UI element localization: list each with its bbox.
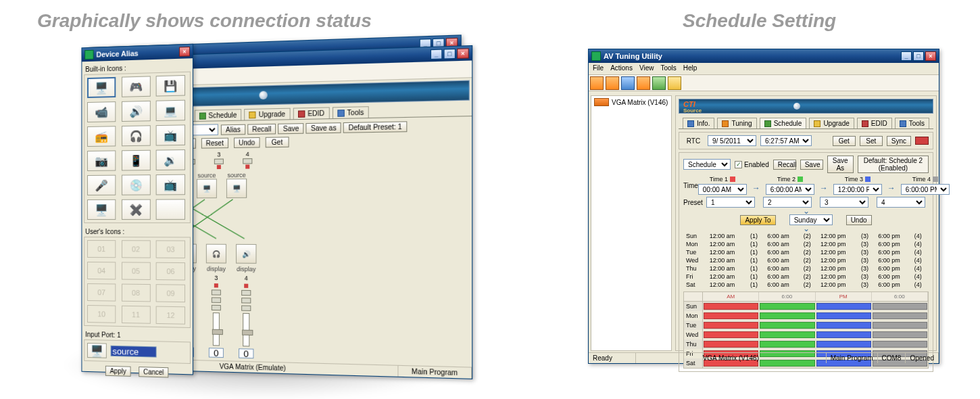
time-1-select[interactable]: 00:00 AM — [698, 184, 747, 195]
camera-icon[interactable]: 📷 — [87, 150, 116, 171]
user-slot-08[interactable]: 08 — [122, 284, 151, 302]
menubar-sched[interactable]: FileActionsViewToolsHelp — [589, 63, 939, 75]
gamepad-icon[interactable]: 🎮 — [122, 76, 151, 97]
camcorder-icon[interactable]: 📹 — [87, 101, 116, 122]
delete-icon[interactable]: ✖️ — [122, 200, 151, 220]
source-slot[interactable]: 🖥️ — [197, 179, 217, 198]
maximize-btn[interactable]: □ — [913, 51, 924, 61]
tab-edid[interactable]: EDID — [857, 118, 892, 128]
speaker-icon[interactable]: 🔊 — [122, 101, 151, 122]
undo-button[interactable]: Undo — [234, 137, 260, 148]
get-button[interactable]: Get — [266, 137, 289, 147]
rtc-set-button[interactable]: Set — [860, 136, 883, 146]
rtc-sync-button[interactable]: Sync — [887, 136, 911, 146]
tool-icon[interactable] — [668, 76, 681, 90]
user-slot-05[interactable]: 05 — [122, 262, 151, 280]
user-slot-01[interactable]: 01 — [87, 240, 116, 258]
recall-button[interactable]: Recall — [247, 123, 276, 134]
audio-switch[interactable] — [212, 298, 221, 303]
rtc-time[interactable]: 6:27:57 AM — [760, 135, 812, 146]
tab-schedule[interactable]: Schedule — [195, 109, 242, 121]
tab-info[interactable]: Info. — [683, 118, 714, 128]
cancel-button[interactable]: Cancel — [139, 367, 168, 377]
user-slot-12[interactable]: 12 — [156, 306, 185, 325]
cd-icon[interactable]: 💿 — [122, 174, 151, 195]
reset-button[interactable]: Reset — [201, 138, 228, 149]
menu-tools[interactable]: Tools — [660, 64, 676, 73]
recall-button[interactable]: Recall — [773, 160, 796, 170]
tab-edid[interactable]: EDID — [293, 107, 329, 119]
video-switch[interactable] — [212, 289, 221, 295]
user-slot-06[interactable]: 06 — [156, 262, 185, 281]
tool-icon[interactable] — [621, 76, 635, 90]
input-port-field[interactable] — [111, 346, 157, 358]
video-switch[interactable] — [241, 290, 251, 296]
tab-schedule[interactable]: Schedule — [760, 118, 807, 128]
user-slot-10[interactable]: 10 — [87, 305, 116, 323]
user-slot-03[interactable]: 03 — [156, 240, 185, 258]
monitor-icon[interactable]: 🖥️ — [87, 77, 116, 98]
user-slot-04[interactable]: 04 — [87, 262, 116, 279]
close-btn[interactable]: × — [179, 47, 190, 57]
preset-3-select[interactable]: 3 — [820, 197, 868, 208]
display-slot[interactable]: 🎧 — [206, 244, 226, 264]
screen-icon[interactable]: 🖥️ — [87, 200, 116, 220]
audio-switch[interactable] — [241, 298, 251, 303]
user-slot-11[interactable]: 11 — [122, 306, 151, 324]
time-4-select[interactable]: 6:00:00 PM — [901, 184, 950, 195]
undo-button[interactable]: Undo — [846, 215, 872, 225]
tab-tuning[interactable]: Tuning — [717, 118, 756, 128]
radio-icon[interactable]: 📻 — [87, 126, 116, 147]
source-slot[interactable]: 🖥️ — [226, 179, 247, 198]
enabled-check[interactable]: Enabled — [735, 161, 769, 168]
saveas-button[interactable]: Save As — [827, 156, 854, 173]
menu-actions[interactable]: Actions — [610, 64, 633, 73]
user-slot-07[interactable]: 07 — [87, 283, 116, 302]
user-slot-02[interactable]: 02 — [122, 240, 151, 258]
time-2-select[interactable]: 6:00:00 AM — [766, 184, 814, 195]
user-slot-09[interactable]: 09 — [156, 284, 185, 302]
menu-help[interactable]: Help — [683, 64, 697, 73]
autoscan-value[interactable] — [209, 348, 224, 358]
tree-node[interactable]: VGA Matrix (V146) — [591, 96, 671, 108]
speaker-round-icon[interactable]: 🔉 — [156, 149, 185, 170]
tv-crt-icon[interactable]: 📺 — [156, 174, 185, 195]
tab-upgrade[interactable]: Upgrade — [244, 108, 290, 120]
preset-4-select[interactable]: 4 — [877, 197, 925, 208]
minimize-btn[interactable]: _ — [431, 49, 442, 60]
tab-tools[interactable]: Tools — [895, 118, 929, 128]
tool-icon[interactable] — [652, 76, 666, 90]
laptop-icon[interactable]: 💻 — [156, 100, 185, 121]
time-3-select[interactable]: 12:00:00 PM — [833, 184, 882, 195]
close-btn[interactable]: × — [457, 48, 469, 59]
close-btn[interactable]: × — [925, 51, 936, 61]
save-as-button[interactable]: Save as — [306, 122, 341, 134]
menu-view[interactable]: View — [639, 64, 654, 73]
volume-slider[interactable] — [213, 312, 220, 346]
apply-day-select[interactable]: Sunday — [789, 214, 833, 225]
alias-button[interactable]: Alias — [221, 124, 245, 135]
headphones-icon[interactable]: 🎧 — [122, 125, 151, 146]
tab-upgrade[interactable]: Upgrade — [809, 118, 854, 128]
eq-toggle[interactable] — [214, 159, 224, 164]
rtc-get-button[interactable]: Get — [833, 136, 856, 146]
titlebar-sched[interactable]: AV Tuning Utility _ □ × — [589, 49, 939, 63]
pe-switch[interactable] — [212, 305, 221, 310]
tv-icon[interactable]: 📺 — [156, 124, 185, 145]
tab-tools[interactable]: Tools — [333, 106, 369, 118]
device-tree[interactable]: VGA Matrix (V146) — [591, 95, 672, 351]
menu-file[interactable]: File — [593, 64, 604, 73]
tool-icon[interactable] — [606, 76, 619, 90]
preset-1-select[interactable]: 1 — [706, 197, 755, 208]
display-slot[interactable]: 🔊 — [236, 244, 256, 264]
schedule-select[interactable]: Schedule 2 — [683, 159, 731, 170]
mic-icon[interactable]: 🎤 — [87, 175, 116, 195]
save-button[interactable]: Save — [278, 123, 304, 134]
apply-button[interactable]: Apply — [105, 366, 131, 377]
tool-icon[interactable] — [590, 76, 604, 90]
pe-switch[interactable] — [241, 305, 251, 310]
volume-slider[interactable] — [243, 313, 249, 347]
pda-icon[interactable]: 📱 — [122, 150, 151, 171]
maximize-btn[interactable]: □ — [443, 49, 455, 60]
default-preset-1-button[interactable]: Default Preset: 1 — [343, 121, 407, 133]
